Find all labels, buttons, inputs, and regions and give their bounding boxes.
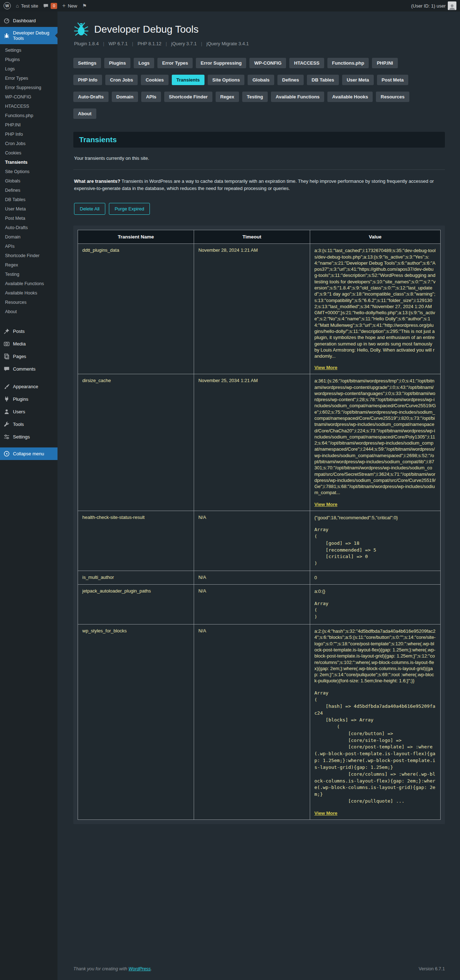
tab-php-info[interactable]: PHP Info — [73, 75, 102, 85]
tab-site-options[interactable]: Site Options — [208, 75, 245, 85]
tab-user-meta[interactable]: User Meta — [342, 75, 374, 85]
tab-logs[interactable]: Logs — [134, 58, 154, 68]
submenu-item-globals[interactable]: Globals — [0, 176, 58, 186]
sidebar-item-users[interactable]: Users — [0, 406, 58, 418]
submenu-item-apis[interactable]: APIs — [0, 242, 58, 251]
submenu-item-php-ini[interactable]: PHP.INI — [0, 120, 58, 130]
view-more-link[interactable]: View More — [315, 810, 337, 816]
tab-wp-config[interactable]: WP-CONFIG — [249, 58, 286, 68]
array-value: Array ( [good] => 18 [recommended] => 5 … — [315, 527, 436, 567]
user-label: (User ID: 1) user — [411, 3, 446, 9]
transients-description-label: What are transients? — [74, 178, 120, 184]
tab-defines[interactable]: Defines — [278, 75, 303, 85]
tab-globals[interactable]: Globals — [248, 75, 274, 85]
sidebar-item-dashboard[interactable]: Dashboard — [0, 14, 58, 27]
submenu-item-settings[interactable]: Settings — [0, 46, 58, 55]
tab-shortcode-finder[interactable]: Shortcode Finder — [164, 92, 212, 102]
submenu-item-post-meta[interactable]: Post Meta — [0, 214, 58, 223]
submenu-item-about[interactable]: About — [0, 307, 58, 317]
view-more-link[interactable]: View More — [315, 365, 337, 370]
tab-regex[interactable]: Regex — [216, 92, 239, 102]
tab-functions-php[interactable]: Functions.php — [327, 58, 369, 68]
timeout-cell: November 28, 2024 1:21 AM — [194, 244, 310, 374]
tab-transients[interactable]: Transients — [172, 75, 204, 85]
tab-domain[interactable]: Domain — [112, 92, 138, 102]
column-header-value: Value — [310, 230, 440, 244]
user-account-menu[interactable]: (User ID: 1) user — [411, 2, 457, 10]
submenu-item-resources[interactable]: Resources — [0, 298, 58, 307]
tab-testing[interactable]: Testing — [242, 92, 268, 102]
site-name-menu[interactable]: ⌂ Test site — [16, 3, 38, 9]
submenu-item-logs[interactable]: Logs — [0, 64, 58, 74]
tab-available-hooks[interactable]: Available Hooks — [327, 92, 373, 102]
list-item: Available Hooks — [0, 288, 58, 298]
new-content-menu[interactable]: + New — [62, 3, 77, 9]
submenu-item-error-types[interactable]: Error Types — [0, 74, 58, 83]
footer-thanks-suffix: . — [150, 966, 152, 971]
sidebar-item-plugins[interactable]: Plugins — [0, 393, 58, 406]
submenu-item-transients[interactable]: Transients — [0, 158, 58, 167]
tab-resources[interactable]: Resources — [376, 92, 409, 102]
footer-thanks-prefix: Thank you for creating with — [73, 966, 129, 971]
sidebar-item-developer-debug-tools[interactable]: Developer Debug Tools — [0, 27, 58, 44]
submenu-item-db-tables[interactable]: DB Tables — [0, 195, 58, 204]
wp-logo-menu[interactable]: W — [3, 2, 11, 10]
submenu-item-auto-drafts[interactable]: Auto-Drafts — [0, 223, 58, 232]
list-item: Available Functions — [0, 279, 58, 288]
sidebar-item-media[interactable]: Media — [0, 337, 58, 350]
submenu-item-cookies[interactable]: Cookies — [0, 148, 58, 158]
sidebar-item-posts[interactable]: Posts — [0, 325, 58, 337]
sidebar-item-tools[interactable]: Tools — [0, 418, 58, 431]
tab-php-ini[interactable]: PHP.INI — [372, 58, 398, 68]
submenu-item-site-options[interactable]: Site Options — [0, 167, 58, 176]
submenu-item-functions-php[interactable]: Functions.php — [0, 111, 58, 120]
tab-auto-drafts[interactable]: Auto-Drafts — [73, 92, 109, 102]
tab-db-tables[interactable]: DB Tables — [307, 75, 339, 85]
tab-htaccess[interactable]: HTACCESS — [289, 58, 324, 68]
admin-footer: Thank you for creating with WordPress. V… — [73, 957, 445, 975]
submenu-item-domain[interactable]: Domain — [0, 232, 58, 242]
sidebar-item-comments[interactable]: Comments — [0, 363, 58, 375]
submenu-item-regex[interactable]: Regex — [0, 260, 58, 270]
list-item: Regex — [0, 260, 58, 270]
tab-error-suppressing[interactable]: Error Suppressing — [196, 58, 246, 68]
value-cell: a:2:{s:4:"hash";s:32:"4d5bdfbda7ada40a4b… — [310, 625, 440, 820]
tab-settings[interactable]: Settings — [73, 58, 101, 68]
wordpress-link[interactable]: WordPress — [129, 966, 151, 971]
footer-thanks-text: Thank you for creating with WordPress. — [73, 966, 152, 971]
tab-plugins[interactable]: Plugins — [104, 58, 131, 68]
submenu-item-php-info[interactable]: PHP Info — [0, 130, 58, 139]
delete-all-button[interactable]: Delete All — [74, 203, 105, 215]
tab-about[interactable]: About — [73, 108, 96, 119]
bug-icon — [3, 33, 10, 39]
submenu-item-available-functions[interactable]: Available Functions — [0, 279, 58, 288]
comments-count-badge: 0 — [51, 3, 57, 9]
comments-menu[interactable]: 0 — [43, 3, 57, 9]
tab-cookies[interactable]: Cookies — [141, 75, 169, 85]
tab-error-types[interactable]: Error Types — [157, 58, 193, 68]
submenu-item-defines[interactable]: Defines — [0, 186, 58, 195]
submenu-item-htaccess[interactable]: HTACCESS — [0, 102, 58, 111]
tab-cron-jobs[interactable]: Cron Jobs — [105, 75, 137, 85]
collapse-menu-button[interactable]: Collapse menu — [0, 447, 58, 460]
array-value: Array ( ) — [315, 600, 436, 621]
purge-expired-button[interactable]: Purge Expired — [109, 203, 150, 215]
submenu-item-user-meta[interactable]: User Meta — [0, 204, 58, 214]
ddt-flag-menu[interactable]: ⚑ — [82, 3, 87, 8]
list-item: DB Tables — [0, 195, 58, 204]
sidebar-item-settings[interactable]: Settings — [0, 431, 58, 443]
submenu-item-available-hooks[interactable]: Available Hooks — [0, 288, 58, 298]
submenu-item-wp-config[interactable]: WP-CONFIG — [0, 92, 58, 102]
sidebar-item-pages[interactable]: Pages — [0, 350, 58, 363]
view-more-link[interactable]: View More — [315, 502, 337, 507]
submenu-item-error-suppressing[interactable]: Error Suppressing — [0, 83, 58, 92]
submenu-item-shortcode-finder[interactable]: Shortcode Finder — [0, 251, 58, 260]
submenu-item-cron-jobs[interactable]: Cron Jobs — [0, 139, 58, 148]
submenu-item-plugins[interactable]: Plugins — [0, 55, 58, 64]
tab-apis[interactable]: APIs — [141, 92, 161, 102]
sidebar-item-appearance[interactable]: Appearance — [0, 380, 58, 393]
submenu-item-testing[interactable]: Testing — [0, 270, 58, 279]
tab-available-functions[interactable]: Available Functions — [271, 92, 324, 102]
tab-post-meta[interactable]: Post Meta — [377, 75, 408, 85]
transient-name-cell: is_multi_author — [78, 571, 194, 585]
